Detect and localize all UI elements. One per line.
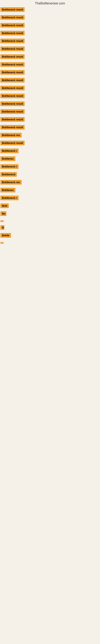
list-item: Bottlenec — [0, 187, 100, 194]
bottleneck-badge[interactable]: Bottleneck r — [0, 148, 19, 153]
bottleneck-badge[interactable]: Bottlenec — [0, 188, 15, 192]
bottleneck-badge[interactable]: Bottleneck result — [0, 102, 25, 106]
page-wrapper: TheBottlenecker.com Bottleneck resultBot… — [0, 0, 100, 245]
list-item: Bottleneck — [0, 172, 100, 178]
list-item — [0, 219, 100, 223]
list-item: Bottleneck result — [0, 109, 100, 115]
list-item: Bottleneck r — [0, 164, 100, 170]
list-item: B — [0, 225, 100, 231]
bottleneck-badge[interactable]: Bottleneck result — [0, 62, 25, 67]
bottleneck-badge[interactable]: Bottleneck result — [0, 141, 25, 145]
list-item: Bottleneck result — [0, 30, 100, 37]
list-item: Bottleneck result — [0, 70, 100, 76]
list-item: Bottle — [0, 233, 100, 239]
list-item: Bottleneck res — [0, 180, 100, 186]
bottleneck-badge[interactable]: Bottleneck result — [0, 86, 25, 90]
bottleneck-badge[interactable]: Bottleneck result — [0, 7, 25, 12]
bottleneck-badge[interactable]: Bottleneck result — [0, 109, 25, 114]
bottleneck-badge[interactable]: Bottleneck result — [0, 94, 25, 98]
list-item: Bottleneck result — [0, 15, 100, 21]
list-item: Bottleneck result — [0, 93, 100, 100]
bottleneck-badge[interactable]: Bottle — [0, 233, 11, 238]
list-item: Bottleneck result — [0, 140, 100, 146]
bottleneck-badge[interactable]: Bottleneck result — [0, 31, 25, 36]
list-item — [0, 240, 100, 245]
list-item: Bottleneck res — [0, 132, 100, 139]
list-item: Bottleneck result — [0, 54, 100, 60]
bottleneck-badge[interactable]: Bottleneck r — [0, 196, 19, 200]
bottleneck-badge[interactable]: B — [0, 225, 4, 230]
bottleneck-badge[interactable]: Bottleneck result — [0, 117, 25, 122]
items-container: Bottleneck resultBottleneck resultBottle… — [0, 7, 100, 245]
site-title: TheBottlenecker.com — [0, 0, 100, 7]
bottleneck-badge[interactable]: Bottleneck result — [0, 70, 25, 75]
bottleneck-badge[interactable]: Bottleneck result — [0, 78, 25, 82]
list-item: Bott — [0, 203, 100, 209]
bottleneck-badge[interactable]: Bo — [0, 211, 6, 216]
bottleneck-badge[interactable]: Bottlenec — [0, 156, 15, 161]
list-item: Bo — [0, 211, 100, 217]
list-item: Bottleneck result — [0, 46, 100, 52]
list-item: Bottleneck result — [0, 7, 100, 13]
list-item: Bottleneck result — [0, 101, 100, 107]
list-item: Bottleneck result — [0, 78, 100, 84]
list-item: Bottleneck result — [0, 22, 100, 29]
list-item: Bottleneck result — [0, 117, 100, 123]
list-item: Bottleneck result — [0, 124, 100, 131]
bottleneck-badge[interactable]: Bottleneck result — [0, 39, 25, 43]
bottleneck-badge[interactable] — [0, 242, 3, 244]
bottleneck-badge[interactable]: Bottleneck r — [0, 164, 19, 169]
list-item: Bottleneck result — [0, 38, 100, 44]
list-item: Bottleneck r — [0, 195, 100, 202]
bottleneck-badge[interactable]: Bottleneck result — [0, 54, 25, 59]
bottleneck-badge[interactable] — [0, 220, 3, 222]
bottleneck-badge[interactable]: Bottleneck res — [0, 133, 22, 138]
list-item: Bottleneck result — [0, 62, 100, 68]
list-item: Bottlenec — [0, 156, 100, 162]
bottleneck-badge[interactable]: Bottleneck res — [0, 180, 22, 184]
list-item: Bottleneck r — [0, 148, 100, 154]
bottleneck-badge[interactable]: Bottleneck result — [0, 23, 25, 28]
bottleneck-badge[interactable]: Bottleneck result — [0, 125, 25, 130]
bottleneck-badge[interactable]: Bottleneck result — [0, 46, 25, 51]
bottleneck-badge[interactable]: Bottleneck — [0, 172, 17, 177]
bottleneck-badge[interactable]: Bottleneck result — [0, 15, 25, 20]
list-item: Bottleneck result — [0, 85, 100, 92]
bottleneck-badge[interactable]: Bott — [0, 204, 9, 208]
